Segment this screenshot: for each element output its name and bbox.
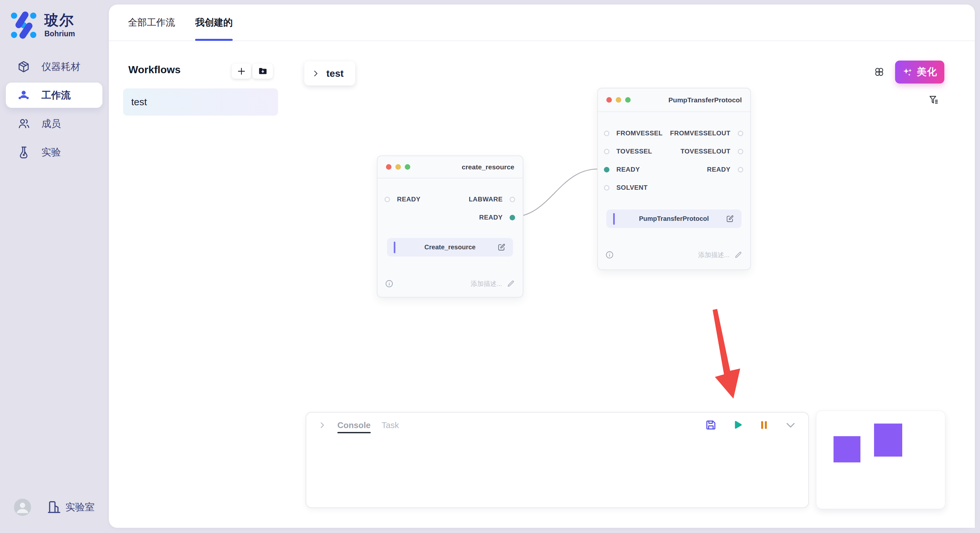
sidebar-item-instruments[interactable]: 仪器耗材	[6, 54, 102, 79]
input-port-label: SOLVENT	[616, 184, 648, 191]
pill-accent-bar	[613, 213, 615, 225]
pause-button[interactable]	[758, 419, 770, 431]
layout-grid-icon[interactable]	[874, 67, 885, 78]
brand-logo: 玻尔 Bohrium	[10, 11, 100, 40]
node-description-placeholder[interactable]: 添加描述...	[471, 279, 502, 288]
output-port-label: FROMVESSELOUT	[670, 130, 730, 137]
output-port-label: READY	[707, 166, 730, 173]
input-port-READY[interactable]	[385, 197, 390, 202]
node-action-label: PumpTransferProtocol	[639, 215, 709, 222]
console-panel: ConsoleTask	[305, 412, 809, 508]
node-title: PumpTransferProtocol	[668, 96, 742, 104]
console-tabbar: ConsoleTask	[337, 412, 399, 438]
input-port-READY[interactable]	[604, 167, 609, 173]
beautify-button[interactable]: 美化	[895, 60, 944, 84]
bohrium-logo-icon	[10, 11, 38, 39]
package-icon	[17, 60, 30, 73]
sidebar: 玻尔 Bohrium 仪器耗材 工作流 成员 实验 实验室	[0, 0, 109, 533]
node-create_resource[interactable]: create_resource READY LABWARE READY Crea…	[377, 155, 523, 298]
sidebar-item-label: 实验	[41, 146, 61, 159]
node-title: create_resource	[462, 163, 514, 171]
input-port-TOVESSEL[interactable]	[604, 149, 609, 154]
experiment-icon	[17, 145, 30, 159]
edit-icon[interactable]	[725, 214, 734, 223]
tab-all-workflows[interactable]: 全部工作流	[128, 5, 175, 40]
info-icon[interactable]	[605, 250, 614, 259]
output-port-label: TOVESSELOUT	[681, 148, 730, 155]
console-tab-task[interactable]: Task	[382, 412, 399, 438]
lab-switcher-label[interactable]: 实验室	[65, 501, 95, 514]
node-action-label: Create_resource	[425, 244, 476, 251]
save-button[interactable]	[705, 419, 717, 431]
input-port-label: TOVESSEL	[616, 148, 652, 155]
main-card: 全部工作流我创建的 Workflows test test	[109, 5, 975, 528]
traffic-light-icons	[606, 97, 631, 103]
input-port-label: READY	[397, 195, 421, 203]
workflow-list-panel: Workflows test	[109, 41, 285, 528]
output-port-READY[interactable]	[510, 215, 515, 220]
header-tabbar: 全部工作流我创建的	[109, 5, 975, 41]
filter-icon[interactable]	[928, 95, 939, 105]
breadcrumb-label: test	[326, 68, 344, 79]
members-icon	[17, 117, 30, 130]
sidebar-nav: 仪器耗材 工作流 成员 实验	[6, 54, 103, 168]
output-port-READY[interactable]	[738, 167, 743, 173]
sidebar-item-label: 工作流	[41, 89, 71, 102]
console-collapse-icon[interactable]	[318, 421, 326, 429]
node-PumpTransferProtocol[interactable]: PumpTransferProtocol FROMVESSEL TOVESSEL…	[597, 88, 751, 270]
sidebar-item-members[interactable]: 成员	[6, 111, 102, 136]
workflow-icon	[17, 89, 30, 102]
node-header: PumpTransferProtocol	[598, 89, 750, 112]
input-port-FROMVESSEL[interactable]	[604, 131, 609, 136]
edge-create-resource-to-pump	[512, 169, 598, 217]
console-actions	[705, 419, 797, 431]
collapse-down-button[interactable]	[784, 419, 797, 431]
output-port-TOVESSELOUT[interactable]	[738, 149, 743, 154]
console-tab-console[interactable]: Console	[337, 412, 371, 438]
import-workflow-button[interactable]	[253, 63, 273, 79]
output-port-label: READY	[479, 214, 503, 221]
output-port-FROMVESSELOUT[interactable]	[738, 131, 743, 136]
input-port-label: READY	[616, 166, 640, 173]
chevron-right-icon	[312, 69, 320, 78]
folder-download-icon	[258, 67, 268, 76]
breadcrumb-chip[interactable]: test	[304, 61, 355, 86]
output-port-label: LABWARE	[469, 195, 503, 203]
run-button[interactable]	[732, 419, 743, 431]
plus-icon	[237, 67, 246, 76]
add-workflow-button[interactable]	[232, 63, 251, 79]
red-annotation-arrow	[713, 309, 740, 399]
flow-canvas[interactable]: test 美化	[284, 41, 975, 528]
sidebar-item-workflows[interactable]: 工作流	[6, 82, 102, 108]
user-avatar[interactable]	[14, 499, 31, 516]
edit-icon[interactable]	[497, 243, 506, 252]
panel-title: Workflows	[128, 64, 180, 76]
app-root: { "brand": {"name_zh": "玻尔", "name_en": …	[0, 0, 980, 533]
minimap[interactable]	[816, 411, 945, 509]
building-icon	[47, 500, 61, 514]
input-port-SOLVENT[interactable]	[604, 185, 609, 191]
workflow-list-item[interactable]: test	[123, 89, 278, 116]
sidebar-item-experiments[interactable]: 实验	[6, 140, 102, 165]
tab-my-created[interactable]: 我创建的	[195, 5, 233, 40]
traffic-light-icons	[386, 164, 410, 170]
pill-accent-bar	[394, 241, 395, 253]
node-header: create_resource	[377, 156, 523, 178]
node-description-placeholder[interactable]: 添加描述...	[698, 251, 730, 259]
brand-name-en: Bohrium	[45, 30, 75, 38]
pencil-icon[interactable]	[734, 251, 743, 259]
sidebar-footer: 实验室	[14, 497, 105, 517]
beautify-label: 美化	[917, 65, 937, 79]
output-port-LABWARE[interactable]	[510, 197, 515, 202]
pencil-icon[interactable]	[506, 279, 515, 288]
sidebar-item-label: 成员	[41, 117, 61, 130]
brand-name-zh: 玻尔	[45, 13, 75, 27]
input-port-label: FROMVESSEL	[616, 130, 663, 137]
minimap-node-block	[834, 436, 861, 462]
node-action[interactable]: PumpTransferProtocol	[606, 209, 741, 228]
sparkles-icon	[902, 67, 913, 78]
node-action[interactable]: Create_resource	[387, 238, 513, 257]
minimap-node-block	[874, 424, 902, 457]
info-icon[interactable]	[385, 279, 394, 288]
sidebar-item-label: 仪器耗材	[41, 60, 80, 73]
